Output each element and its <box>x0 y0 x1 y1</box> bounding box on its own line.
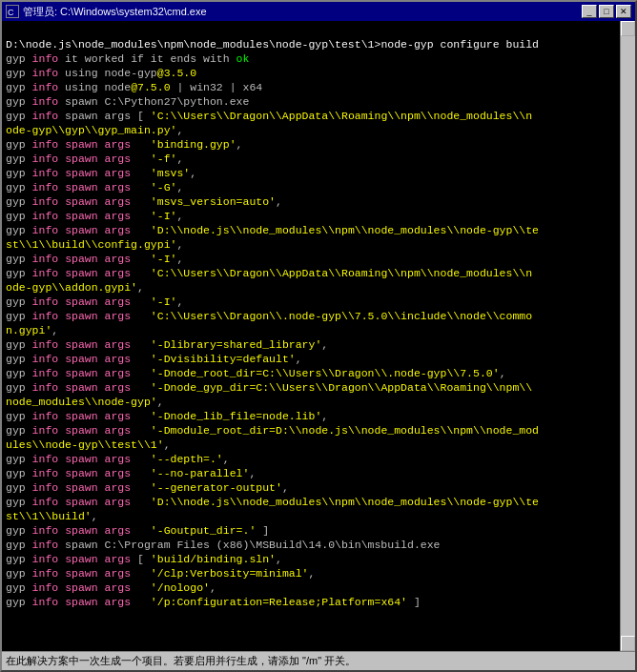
terminal-line: gyp info spawn args 'C:\\Users\\Dragon\\… <box>6 267 532 279</box>
terminal-area: D:\node.js\node_modules\npm\node_modules… <box>2 21 635 651</box>
terminal-line: gyp info spawn args '-G', <box>6 181 183 193</box>
terminal-line: gyp info spawn args [ 'build/binding.sln… <box>6 553 282 565</box>
terminal-line: gyp info spawn args '/nologo', <box>6 581 216 594</box>
terminal-line: gyp info spawn C:\Program Files (x86)\MS… <box>6 539 440 551</box>
terminal-line: ules\\node-gyp\\test\\1', <box>6 438 171 451</box>
maximize-button[interactable]: □ <box>599 5 614 18</box>
terminal-line: node_modules\\node-gyp', <box>6 396 164 408</box>
terminal-line: gyp info spawn args '-Dmodule_root_dir=D… <box>6 424 539 437</box>
titlebar-title: 管理员: C:\Windows\system32\cmd.exe <box>23 5 207 19</box>
titlebar: C 管理员: C:\Windows\system32\cmd.exe _ □ ✕ <box>2 2 635 21</box>
terminal-line: gyp info spawn args 'D:\\node.js\\node_m… <box>6 496 539 508</box>
terminal-line: gyp info spawn args '-f', <box>6 153 183 165</box>
terminal-line: gyp info spawn args '-Dnode_lib_file=nod… <box>6 410 328 422</box>
terminal-line: gyp info spawn args '-I', <box>6 210 183 222</box>
terminal-line: gyp info spawn args 'C:\\Users\\Dragon\\… <box>6 310 532 322</box>
status-text: 在此解决方案中一次生成一个项目。若要启用并行生成，请添加 "/m" 开关。 <box>6 654 356 668</box>
minimize-button[interactable]: _ <box>582 5 597 18</box>
close-button[interactable]: ✕ <box>616 5 631 18</box>
terminal-content: D:\node.js\node_modules\npm\node_modules… <box>6 23 631 623</box>
terminal-line: n.gypi', <box>6 324 58 336</box>
terminal-line: gyp info spawn args '/clp:Verbosity=mini… <box>6 567 315 580</box>
terminal-line: gyp info spawn args '-Dvisibility=defaul… <box>6 353 302 365</box>
svg-text:C: C <box>8 8 14 17</box>
terminal-line: gyp info using node@7.5.0 | win32 | x64 <box>6 81 262 93</box>
terminal-line: st\\1\\build', <box>6 510 98 522</box>
terminal-line: gyp info spawn args '--depth=.', <box>6 453 230 465</box>
terminal-line: gyp info spawn args 'msvs_version=auto', <box>6 195 282 208</box>
terminal-line: gyp info spawn args '--no-parallel', <box>6 467 256 479</box>
terminal-line: gyp info spawn args '/p:Configuration=Re… <box>6 596 421 608</box>
terminal-line: gyp info spawn args [ 'C:\\Users\\Dragon… <box>6 110 532 122</box>
terminal-line: gyp info spawn args 'binding.gyp', <box>6 138 242 151</box>
status-bar: 在此解决方案中一次生成一个项目。若要启用并行生成，请添加 "/m" 开关。 <box>2 651 635 670</box>
terminal-line: ode-gyp\\gyp\\gyp_main.py', <box>6 124 183 136</box>
terminal-line: gyp info spawn C:\Python27\python.exe <box>6 95 249 108</box>
terminal-line: gyp info using node-gyp@3.5.0 <box>6 67 196 79</box>
terminal-line: gyp info spawn args '-Goutput_dir=.' ] <box>6 524 269 537</box>
terminal-line: gyp info spawn args '-I', <box>6 253 183 265</box>
terminal-line: gyp info spawn args '--generator-output'… <box>6 481 289 494</box>
titlebar-left: C 管理员: C:\Windows\system32\cmd.exe <box>6 5 207 19</box>
titlebar-buttons: _ □ ✕ <box>582 5 631 18</box>
terminal-line: gyp info spawn args '-I', <box>6 295 183 308</box>
cmd-window: C 管理员: C:\Windows\system32\cmd.exe _ □ ✕… <box>0 0 637 672</box>
scrollbar[interactable]: ▲ ▼ <box>620 21 635 651</box>
terminal-line: gyp info spawn args 'msvs', <box>6 167 196 179</box>
terminal-line: gyp info spawn args '-Dlibrary=shared_li… <box>6 338 328 351</box>
terminal-line: gyp info it worked if it ends with ok <box>6 52 249 65</box>
cmd-icon: C <box>6 5 19 18</box>
terminal-line: gyp info spawn args '-Dnode_gyp_dir=C:\\… <box>6 381 532 394</box>
terminal-line: ode-gyp\\addon.gypi', <box>6 281 144 294</box>
terminal-line: gyp info spawn args 'D:\\node.js\\node_m… <box>6 224 539 236</box>
terminal-line: gyp info spawn args '-Dnode_root_dir=C:\… <box>6 367 506 379</box>
prompt-line: D:\node.js\node_modules\npm\node_modules… <box>6 38 539 51</box>
terminal-line: st\\1\\build\\config.gypi', <box>6 238 183 251</box>
